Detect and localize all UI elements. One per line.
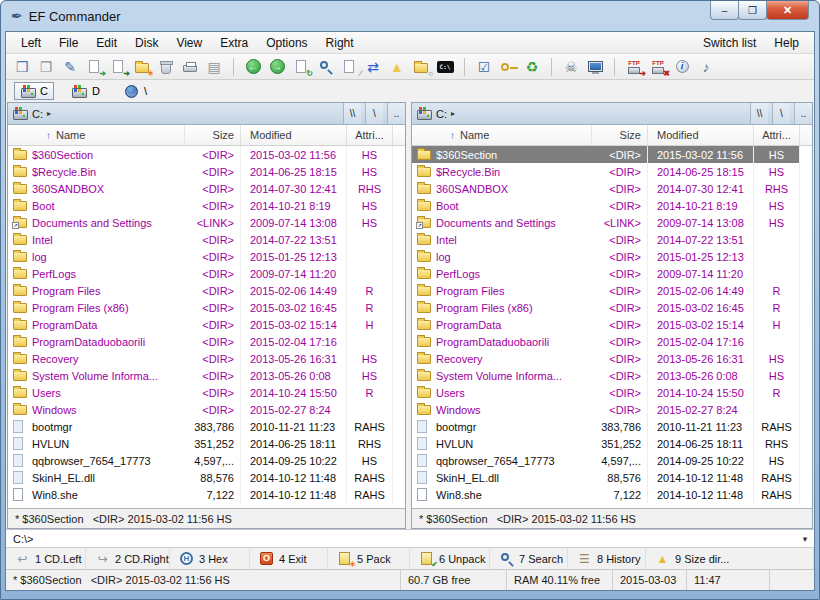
menu-item-view[interactable]: View xyxy=(167,34,211,52)
root-button[interactable]: \\ xyxy=(343,103,361,124)
menu-item-switch-list[interactable]: Switch list xyxy=(694,34,765,52)
fkey-7-search[interactable]: 7 Search xyxy=(490,548,568,569)
column-header-attributes[interactable]: Attri... xyxy=(347,125,393,145)
refresh-icon[interactable]: ↻ xyxy=(292,58,310,76)
copy-files-icon[interactable]: ➜ xyxy=(85,58,103,76)
menu-item-left[interactable]: Left xyxy=(12,34,50,52)
split-file-icon[interactable]: ∕ xyxy=(340,58,358,76)
file-row[interactable]: HVLUN351,2522014-06-25 18:11RHS xyxy=(8,435,405,452)
sync-icon[interactable]: ⇄ xyxy=(364,58,382,76)
file-row[interactable]: log<DIR>2015-01-25 12:13 xyxy=(8,248,405,265)
fkey-2-cd-right[interactable]: ↪2 CD.Right xyxy=(86,548,170,569)
fkey-1-cd-left[interactable]: ↩1 CD.Left xyxy=(6,548,86,569)
folder-search-icon[interactable]: ○ xyxy=(412,58,430,76)
info-icon[interactable]: i xyxy=(673,58,691,76)
minimize-button[interactable]: – xyxy=(710,1,739,20)
file-row[interactable]: ↗Documents and Settings<LINK>2009-07-14 … xyxy=(8,214,405,231)
file-row[interactable]: HVLUN351,2522014-06-25 18:11RHS xyxy=(412,435,812,452)
close-button[interactable]: ✕ xyxy=(766,1,809,20)
column-header-name[interactable]: ↑Name xyxy=(8,125,185,145)
file-row[interactable]: System Volume Informa...<DIR>2013-05-26 … xyxy=(412,367,812,384)
file-row[interactable]: PerfLogs<DIR>2009-07-14 11:20 xyxy=(8,265,405,282)
fkey-3-hex[interactable]: H3 Hex xyxy=(170,548,250,569)
file-row[interactable]: Windows<DIR>2015-02-27 8:24 xyxy=(412,401,812,418)
fkey-8-history[interactable]: ☰8 History xyxy=(568,548,646,569)
file-row[interactable]: Intel<DIR>2014-07-22 13:51 xyxy=(8,231,405,248)
menu-item-help[interactable]: Help xyxy=(765,34,808,52)
delete-icon[interactable] xyxy=(157,58,175,76)
file-row[interactable]: $360Section<DIR>2015-03-02 11:56HS xyxy=(8,146,405,163)
command-prompt-icon[interactable]: C:\ xyxy=(436,58,454,76)
column-header-name[interactable]: ↑Name xyxy=(412,125,592,145)
menu-item-disk[interactable]: Disk xyxy=(126,34,167,52)
fkey-6-unpack[interactable]: ✔6 Unpack xyxy=(410,548,490,569)
menu-item-file[interactable]: File xyxy=(50,34,87,52)
file-row[interactable]: ↗Documents and Settings<LINK>2009-07-14 … xyxy=(412,214,812,231)
file-row[interactable]: $Recycle.Bin<DIR>2014-06-25 18:15HS xyxy=(8,163,405,180)
file-row[interactable]: Intel<DIR>2014-07-22 13:51 xyxy=(412,231,812,248)
address-book-icon[interactable]: ❐ xyxy=(37,58,55,76)
drive-c-tab[interactable]: C xyxy=(14,82,54,100)
file-row[interactable]: SkinH_EL.dll88,5762014-10-12 11:48RAHS xyxy=(412,469,812,486)
fkey-4-exit[interactable]: O4 Exit xyxy=(250,548,328,569)
root-button[interactable]: \\ xyxy=(750,103,768,124)
file-row[interactable]: ProgramData<DIR>2015-03-02 15:14H xyxy=(412,316,812,333)
keys-icon[interactable] xyxy=(499,58,517,76)
file-row[interactable]: Program Files (x86)<DIR>2015-03-02 16:45… xyxy=(8,299,405,316)
command-history-dropdown-icon[interactable]: ▾ xyxy=(796,534,814,544)
menu-item-extra[interactable]: Extra xyxy=(211,34,257,52)
column-header-attributes[interactable]: Attri... xyxy=(754,125,800,145)
maximize-button[interactable]: ❐ xyxy=(738,1,767,20)
column-header-modified[interactable]: Modified xyxy=(648,125,754,145)
file-row[interactable]: Boot<DIR>2014-10-21 8:19HS xyxy=(8,197,405,214)
file-row[interactable]: Program Files (x86)<DIR>2015-03-02 16:45… xyxy=(412,299,812,316)
recycle-bin-icon[interactable]: ♻ xyxy=(523,58,541,76)
file-row[interactable]: PerfLogs<DIR>2009-07-14 11:20 xyxy=(412,265,812,282)
file-row[interactable]: Users<DIR>2014-10-24 15:50R xyxy=(8,384,405,401)
file-row[interactable]: Windows<DIR>2015-02-27 8:24 xyxy=(8,401,405,418)
file-row[interactable]: Win8.she7,1222014-10-12 11:48RAHS xyxy=(412,486,812,503)
backslash-button[interactable]: \ xyxy=(772,103,790,124)
ftp-disconnect-icon[interactable]: FTP✖ xyxy=(649,58,667,76)
file-row[interactable]: System Volume Informa...<DIR>2013-05-26 … xyxy=(8,367,405,384)
print-icon[interactable] xyxy=(181,58,199,76)
backslash-button[interactable]: \ xyxy=(365,103,383,124)
properties-icon[interactable]: ☑ xyxy=(475,58,493,76)
sound-icon[interactable]: ♪ xyxy=(697,58,715,76)
file-row[interactable]: ProgramDataduobaorili<DIR>2015-02-04 17:… xyxy=(412,333,812,350)
open-icon[interactable]: ❒ xyxy=(13,58,31,76)
file-row[interactable]: 360SANDBOX<DIR>2014-07-30 12:41RHS xyxy=(412,180,812,197)
up-dir-button[interactable]: .. xyxy=(387,103,405,124)
up-dir-button[interactable]: .. xyxy=(794,103,812,124)
network-tab[interactable]: \ xyxy=(118,82,153,100)
file-row[interactable]: qqbrowser_7654_177734,597,...2014-09-25 … xyxy=(8,452,405,469)
ftp-connect-icon[interactable]: FTP➜ xyxy=(625,58,643,76)
back-icon[interactable]: ← xyxy=(244,58,262,76)
file-row[interactable]: bootmgr383,7862010-11-21 11:23RAHS xyxy=(8,418,405,435)
edit-icon[interactable]: ✎ xyxy=(61,58,79,76)
file-row[interactable]: ProgramDataduobaorili<DIR>2015-02-04 17:… xyxy=(8,333,405,350)
view-card-icon[interactable]: ▤ xyxy=(205,58,223,76)
file-row[interactable]: SkinH_EL.dll88,5762014-10-12 11:48RAHS xyxy=(8,469,405,486)
path-bar-right[interactable]: C:▸\\\.. xyxy=(412,103,812,125)
menu-item-edit[interactable]: Edit xyxy=(87,34,126,52)
column-header-size[interactable]: Size xyxy=(185,125,241,145)
file-row[interactable]: log<DIR>2015-01-25 12:13 xyxy=(412,248,812,265)
forward-icon[interactable]: → xyxy=(268,58,286,76)
file-row[interactable]: ProgramData<DIR>2015-03-02 15:14H xyxy=(8,316,405,333)
new-folder-icon[interactable]: ✶ xyxy=(133,58,151,76)
command-line[interactable]: C:\> ▾ xyxy=(6,529,814,547)
file-row[interactable]: $Recycle.Bin<DIR>2014-06-25 18:15HS xyxy=(412,163,812,180)
fkey-9-size-dir-[interactable]: ▲9 Size dir... xyxy=(646,548,814,569)
file-row[interactable]: Program Files<DIR>2015-02-06 14:49R xyxy=(412,282,812,299)
skull-icon[interactable]: ☠ xyxy=(562,58,580,76)
search-icon[interactable] xyxy=(316,58,334,76)
column-header-size[interactable]: Size xyxy=(592,125,648,145)
screen-icon[interactable] xyxy=(586,58,604,76)
file-row[interactable]: bootmgr383,7862010-11-21 11:23RAHS xyxy=(412,418,812,435)
drive-d-tab[interactable]: D xyxy=(66,82,106,100)
pyramid-icon[interactable]: ▲ xyxy=(388,58,406,76)
fkey-5-pack[interactable]: ✶5 Pack xyxy=(328,548,410,569)
menu-item-options[interactable]: Options xyxy=(257,34,316,52)
file-row[interactable]: Users<DIR>2014-10-24 15:50R xyxy=(412,384,812,401)
